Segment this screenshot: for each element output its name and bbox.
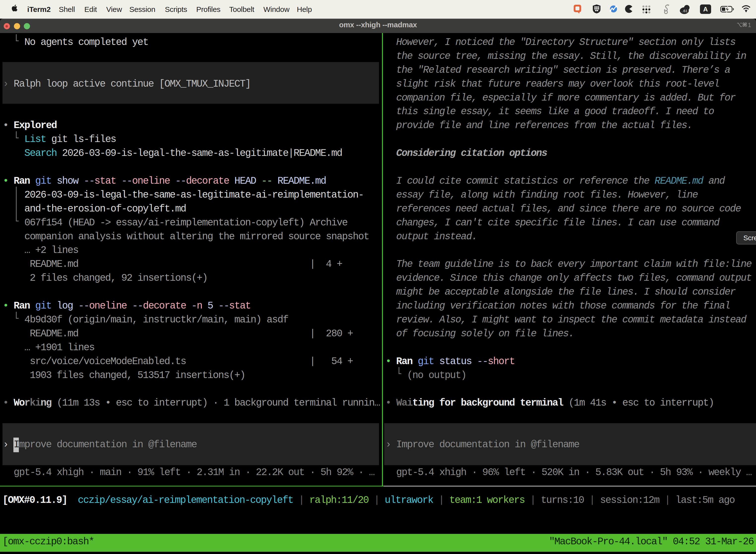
svg-text:..61: ..61: [681, 9, 688, 13]
svg-text:1: 1: [748, 22, 751, 28]
